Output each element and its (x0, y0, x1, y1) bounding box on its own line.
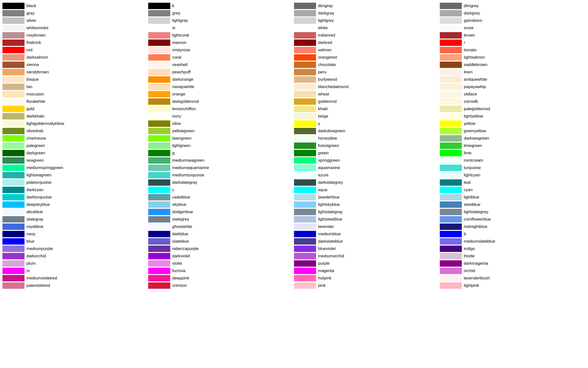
color-row: lightslategrey (440, 209, 586, 215)
color-row: slateblue (148, 238, 294, 245)
color-swatch (440, 69, 462, 75)
color-row: yellow (440, 120, 586, 127)
color-label: sandybrown (26, 70, 49, 75)
color-row: cornflowerblue (440, 216, 586, 223)
color-label: powderblue (318, 195, 340, 200)
color-row: aqua (294, 186, 440, 193)
color-row: lightgoldenrodyellow (2, 120, 148, 127)
color-swatch (294, 231, 316, 237)
color-row: darkslateblue (294, 238, 440, 245)
color-swatch (440, 223, 462, 230)
color-row: gold (2, 105, 148, 112)
color-label: slategray (26, 217, 43, 222)
color-label: lightgrey (318, 18, 334, 23)
color-label: mediumturquoise (172, 173, 204, 178)
color-label: m (26, 268, 30, 273)
color-label: lawngreen (172, 136, 191, 141)
color-row: lemonchiffon (148, 105, 294, 112)
color-swatch (294, 39, 316, 46)
color-row: darkslategrey (294, 179, 440, 186)
color-label: floralwhite (26, 99, 45, 104)
color-table: blackgraysilverwhitesmokerosybrownfirebr… (2, 2, 586, 289)
color-swatch (294, 32, 316, 39)
color-row: mistyrose (148, 47, 294, 53)
color-row: yellowgreen (148, 128, 294, 134)
color-row: greenyellow (440, 128, 586, 134)
color-swatch (2, 231, 24, 237)
color-swatch (2, 150, 24, 156)
color-swatch (2, 91, 24, 97)
color-swatch (294, 3, 316, 9)
color-label: ghostwhite (172, 224, 192, 229)
color-swatch (148, 47, 170, 53)
color-row: darkseagreen (440, 135, 586, 142)
color-swatch (294, 282, 316, 289)
color-row: skyblue (148, 201, 294, 208)
color-label: midnightblue (464, 224, 487, 229)
color-label: w (172, 26, 175, 30)
color-row: midnightblue (440, 223, 586, 230)
color-row: paleturquoise (2, 179, 148, 186)
color-row: aquamarine (294, 164, 440, 171)
color-swatch (440, 76, 462, 83)
color-label: darkolivegreen (318, 129, 345, 133)
color-row: darkblue (148, 231, 294, 237)
color-label: lightsalmon (464, 55, 485, 60)
color-label: blanchedalmond (318, 84, 349, 89)
color-label: k (172, 3, 174, 8)
color-label: r (464, 40, 465, 45)
color-row: g (148, 150, 294, 157)
color-row: floralwhite (2, 98, 148, 105)
color-label: springgreen (318, 158, 340, 163)
color-label: darkkhaki (26, 114, 44, 119)
color-swatch (148, 17, 170, 24)
color-row: slategray (2, 216, 148, 223)
color-swatch (2, 179, 24, 186)
color-swatch (294, 268, 316, 274)
color-label: mediumorchid (318, 254, 344, 259)
color-swatch (294, 98, 316, 105)
color-label: slateblue (172, 239, 189, 244)
color-swatch (440, 253, 462, 259)
color-row: darkred (294, 39, 440, 46)
color-swatch (2, 268, 24, 274)
color-row: teal (440, 179, 586, 186)
color-label: forestgreen (318, 143, 339, 148)
color-swatch (440, 106, 462, 112)
color-label: violet (172, 261, 182, 266)
color-swatch (148, 54, 170, 61)
color-swatch (2, 275, 24, 281)
color-row: violet (148, 260, 294, 267)
color-swatch (2, 260, 24, 267)
color-label: darkturquoise (26, 195, 52, 200)
color-row: r (440, 39, 586, 46)
color-swatch (2, 120, 24, 127)
color-label: indigo (464, 246, 475, 251)
color-row: white (294, 25, 440, 31)
color-row: darkcyan (2, 186, 148, 193)
color-row: gray (2, 10, 148, 17)
color-label: lightseagreen (26, 173, 51, 178)
color-row: whitesmoke (2, 25, 148, 31)
color-label: green (318, 151, 329, 156)
color-label: whitesmoke (26, 26, 49, 30)
color-label: thistle (464, 254, 475, 259)
color-label: skyblue (172, 202, 186, 207)
color-swatch (2, 84, 24, 90)
color-row: ghostwhite (148, 223, 294, 230)
color-row: salmon (294, 47, 440, 53)
color-row: magenta (294, 267, 440, 274)
color-row: darksalmon (2, 54, 148, 61)
color-label: brown (464, 33, 475, 38)
color-row: grey (148, 10, 294, 17)
color-swatch (440, 25, 462, 31)
color-row: dimgray (294, 2, 440, 9)
color-label: moccasin (26, 92, 44, 97)
color-row: saddlebrown (440, 61, 586, 68)
color-swatch (2, 165, 24, 171)
color-swatch (2, 187, 24, 193)
color-swatch (2, 253, 24, 259)
color-label: mediumvioletred (26, 276, 57, 281)
color-row: darkmagenta (440, 260, 586, 267)
color-swatch (2, 282, 24, 289)
